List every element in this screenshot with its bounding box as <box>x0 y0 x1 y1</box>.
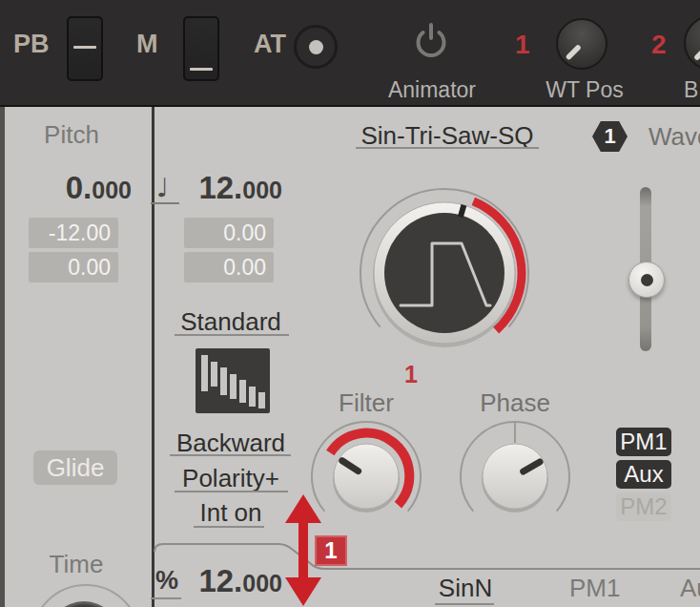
aftertouch-control[interactable] <box>294 25 338 69</box>
pitch-value-int: 0. <box>66 170 93 205</box>
pitch-value-frac: 000 <box>92 177 132 203</box>
wave-knob-slot-number: 1 <box>398 361 424 388</box>
topbar: PB M AT Animator 1 WT Pos 2 <box>0 0 700 107</box>
aux-toggle[interactable]: Aux <box>616 460 671 489</box>
wtpos-label: WT Pos <box>530 77 639 103</box>
fader-position-line <box>190 68 213 71</box>
bend-knob-partial[interactable] <box>682 13 700 73</box>
knob-body <box>557 19 607 69</box>
spectrum-bar <box>230 374 237 399</box>
osc-detune-field-2[interactable]: 0.00 <box>184 252 274 283</box>
pitch-up-field[interactable]: 0.00 <box>29 252 118 283</box>
spectrum-icon[interactable] <box>196 348 270 413</box>
tune-note-icon[interactable]: ♩ <box>156 173 169 202</box>
pm1-toggle[interactable]: PM1 <box>616 428 671 456</box>
spectrum-bar <box>201 355 208 391</box>
sidebar-divider <box>152 107 154 607</box>
wave-section-label: Wave <box>649 122 700 152</box>
osc2-percent-icon[interactable]: % <box>155 566 178 596</box>
arrow-shaft <box>299 519 308 581</box>
osc2-pm1-label: PM1 <box>569 574 620 603</box>
pitch-label: Pitch <box>0 120 143 150</box>
aftertouch-dot <box>309 40 323 54</box>
knob-body <box>483 444 547 509</box>
knob-pointer-notch <box>461 205 464 218</box>
polarity-select[interactable]: Polarity+ <box>154 464 308 493</box>
slot-2-number: 2 <box>651 30 667 60</box>
modwheel-fader[interactable] <box>183 16 219 81</box>
power-icon[interactable] <box>410 19 452 63</box>
tune-value-frac: 000 <box>242 177 282 203</box>
wt-slider-handle[interactable] <box>628 262 665 298</box>
spectrum-bar <box>258 392 265 408</box>
mode-select[interactable]: Standard <box>154 307 308 337</box>
tune-value[interactable]: 12.000 <box>183 170 282 206</box>
pitch-value[interactable]: 0.000 <box>19 170 132 206</box>
wave-knob[interactable] <box>354 182 535 364</box>
modwheel-label: M <box>136 30 158 59</box>
aftertouch-label: AT <box>254 30 286 59</box>
bend-label-partial: B <box>684 77 700 103</box>
direction-underline <box>170 454 291 456</box>
wtpos-knob[interactable] <box>555 17 608 71</box>
polarity-underline <box>175 491 288 492</box>
annotation-badge: 1 <box>315 535 347 566</box>
pitch-down-field[interactable]: -12.00 <box>29 218 118 248</box>
tune-note-underline <box>151 202 179 204</box>
synth-window: PB M AT Animator 1 WT Pos 2 <box>0 0 700 607</box>
osc2-value-frac: 000 <box>242 570 282 597</box>
fader-position-line <box>73 46 96 49</box>
arrowhead-down <box>285 577 321 606</box>
pitchbend-label: PB <box>13 30 50 59</box>
osc2-wave-underline <box>435 603 494 605</box>
osc-detune-field-1[interactable]: 0.00 <box>184 218 274 248</box>
arrowhead-up <box>285 494 321 523</box>
osc-wave-title-underline <box>356 147 539 149</box>
osc2-value[interactable]: 12.000 <box>187 563 282 599</box>
slider-handle-dot <box>641 274 653 286</box>
slot-1-number: 1 <box>515 30 530 60</box>
glide-button[interactable]: Glide <box>33 450 117 485</box>
osc2-percent-underline <box>151 597 181 599</box>
osc2-wave-select[interactable]: SinN <box>427 574 504 603</box>
pm2-toggle[interactable]: PM2 <box>616 492 671 521</box>
animator-label: Animator <box>378 77 486 103</box>
tune-value-int: 12. <box>198 170 242 205</box>
osc2-aux-label-partial: Au <box>680 574 700 603</box>
pitchbend-fader[interactable] <box>67 16 103 81</box>
panel-left-edge <box>0 107 5 607</box>
spectrum-bar <box>220 367 227 395</box>
osc2-value-int: 12. <box>198 563 242 598</box>
interpolation-underline <box>194 526 264 528</box>
spectrum-bar <box>211 362 217 387</box>
mode-underline <box>175 334 289 336</box>
knob-body <box>685 16 700 70</box>
spectrum-bar <box>249 387 256 407</box>
knob-face <box>384 213 504 333</box>
spectrum-bar <box>239 380 246 403</box>
knob-body <box>334 444 399 509</box>
phase-knob[interactable] <box>453 414 577 538</box>
time-label: Time <box>0 550 153 579</box>
slot-badge-hexagon: 1 <box>592 121 628 152</box>
